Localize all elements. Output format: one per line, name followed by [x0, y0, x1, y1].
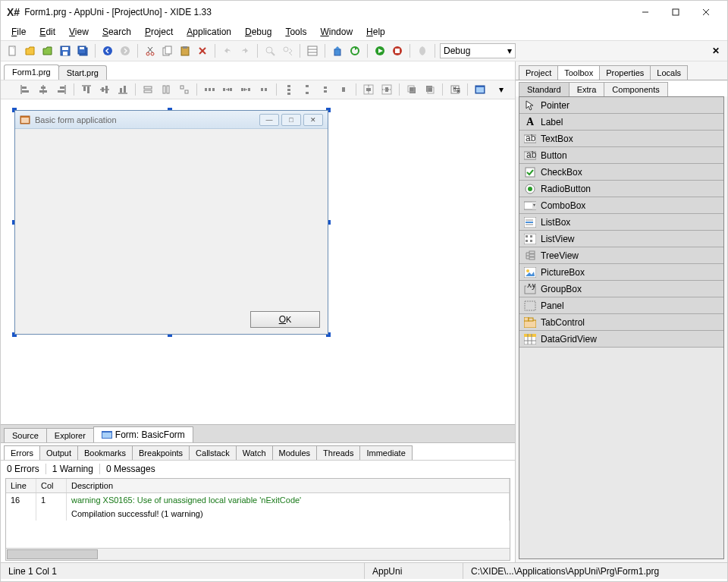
tab-source[interactable]: Source: [4, 428, 47, 442]
toolbox-label[interactable]: ALabel: [519, 114, 723, 131]
tab-bookmarks[interactable]: Bookmarks: [77, 445, 133, 460]
error-row[interactable]: Compilation successful! (1 warning): [6, 507, 510, 521]
subtab-standard[interactable]: Standard: [519, 82, 570, 96]
align-left-icon[interactable]: [17, 83, 33, 96]
align-bottom-icon[interactable]: [115, 83, 130, 96]
toolbox-radiobutton[interactable]: RadioButton: [519, 181, 723, 197]
toolbox-treeview[interactable]: TreeView: [519, 247, 723, 264]
tab-callstack[interactable]: Callstack: [189, 445, 237, 460]
toolbox-combobox[interactable]: ComboBox: [519, 197, 723, 214]
form-maximize-icon[interactable]: □: [281, 114, 301, 126]
minimize-button[interactable]: [630, 2, 661, 23]
subtab-extra[interactable]: Extra: [569, 82, 605, 96]
menu-help[interactable]: Help: [360, 25, 391, 39]
same-width-icon[interactable]: [140, 83, 155, 96]
form-minimize-icon[interactable]: —: [259, 114, 279, 126]
col-line[interactable]: Line: [6, 479, 36, 492]
menu-file[interactable]: File: [5, 25, 32, 39]
menu-view[interactable]: View: [63, 25, 95, 39]
tab-order-icon[interactable]: ↹: [447, 83, 463, 96]
toolbox-picturebox[interactable]: PictureBox: [519, 264, 723, 281]
menu-tools[interactable]: Tools: [279, 25, 312, 39]
run-icon[interactable]: [372, 43, 388, 58]
error-row[interactable]: 16 1 warning XS0165: Use of unassigned l…: [6, 493, 510, 507]
same-size-icon[interactable]: [177, 83, 192, 96]
toolbox-pointer[interactable]: Pointer: [519, 97, 723, 114]
h-space-inc-icon[interactable]: [220, 83, 235, 96]
redo-icon[interactable]: [237, 43, 253, 58]
properties-icon[interactable]: [305, 43, 320, 58]
breakpoint-icon[interactable]: [415, 43, 430, 58]
col-desc[interactable]: Description: [67, 479, 510, 492]
tab-explorer[interactable]: Explorer: [46, 428, 94, 442]
tab-project[interactable]: Project: [519, 65, 558, 80]
horizontal-scrollbar[interactable]: [6, 548, 510, 560]
ok-button[interactable]: OK: [250, 311, 320, 328]
close-button[interactable]: [691, 2, 721, 23]
toolbar-overflow-icon[interactable]: ▾: [494, 83, 509, 96]
build-icon[interactable]: [330, 43, 345, 58]
toolbox-datagridview[interactable]: DataGridView: [519, 331, 723, 348]
open-folder-icon[interactable]: [23, 43, 38, 58]
close-tab-icon[interactable]: ✕: [709, 44, 723, 58]
v-space-equal-icon[interactable]: [281, 83, 297, 96]
tab-output[interactable]: Output: [39, 445, 78, 460]
design-canvas[interactable]: Basic form application — □ ✕ OK: [1, 99, 515, 424]
v-space-remove-icon[interactable]: [336, 83, 351, 96]
design-form[interactable]: Basic form application — □ ✕ OK: [14, 110, 328, 335]
send-back-icon[interactable]: [422, 83, 438, 96]
forward-icon[interactable]: [118, 43, 133, 58]
toolbox-panel[interactable]: Panel: [519, 297, 723, 314]
h-space-remove-icon[interactable]: [256, 83, 271, 96]
undo-icon[interactable]: [220, 43, 235, 58]
tab-form-designer[interactable]: Form: BasicForm: [93, 426, 193, 442]
tab-form1[interactable]: Form1.prg: [4, 64, 59, 80]
menu-project[interactable]: Project: [139, 25, 179, 39]
config-combo[interactable]: Debug ▾: [440, 43, 516, 58]
h-space-equal-icon[interactable]: [202, 83, 217, 96]
menu-search[interactable]: Search: [96, 25, 137, 39]
menu-debug[interactable]: Debug: [239, 25, 278, 39]
open-project-icon[interactable]: [40, 43, 55, 58]
find-next-icon[interactable]: [280, 43, 295, 58]
back-icon[interactable]: [100, 43, 115, 58]
toolbox-textbox[interactable]: ablTextBox: [519, 131, 723, 147]
toolbox-button[interactable]: abButton: [519, 147, 723, 164]
v-space-inc-icon[interactable]: [300, 83, 315, 96]
menu-application[interactable]: Application: [180, 25, 237, 39]
save-all-icon[interactable]: [75, 43, 90, 58]
form-close-icon[interactable]: ✕: [303, 114, 323, 126]
subtab-components[interactable]: Components: [604, 82, 667, 96]
new-file-icon[interactable]: [5, 43, 20, 58]
design-form-body[interactable]: OK: [15, 129, 328, 334]
find-icon[interactable]: [262, 43, 278, 58]
tab-watch[interactable]: Watch: [236, 445, 273, 460]
bring-front-icon[interactable]: [404, 83, 419, 96]
maximize-button[interactable]: [661, 2, 691, 23]
col-col[interactable]: Col: [36, 479, 67, 492]
tab-start[interactable]: Start.prg: [58, 65, 107, 80]
stop-icon[interactable]: [390, 43, 405, 58]
tab-errors[interactable]: Errors: [4, 445, 40, 460]
align-right-icon[interactable]: [54, 83, 69, 96]
menu-edit[interactable]: Edit: [33, 25, 61, 39]
cut-icon[interactable]: [143, 43, 158, 58]
copy-icon[interactable]: [160, 43, 175, 58]
menu-window[interactable]: Window: [314, 25, 359, 39]
align-top-icon[interactable]: [79, 83, 94, 96]
align-middle-icon[interactable]: [97, 83, 112, 96]
h-space-dec-icon[interactable]: [238, 83, 253, 96]
v-space-dec-icon[interactable]: [318, 83, 333, 96]
align-center-h-icon[interactable]: [36, 83, 51, 96]
toolbox-checkbox[interactable]: CheckBox: [519, 164, 723, 181]
delete-icon[interactable]: [195, 43, 210, 58]
center-v-icon[interactable]: [379, 83, 394, 96]
save-icon[interactable]: [58, 43, 73, 58]
tab-modules[interactable]: Modules: [272, 445, 318, 460]
center-h-icon[interactable]: [361, 83, 376, 96]
same-height-icon[interactable]: [158, 83, 174, 96]
tab-threads[interactable]: Threads: [316, 445, 360, 460]
toolbox-listbox[interactable]: ListBox: [519, 214, 723, 231]
paste-icon[interactable]: [177, 43, 193, 58]
tab-toolbox[interactable]: Toolbox: [557, 65, 600, 80]
